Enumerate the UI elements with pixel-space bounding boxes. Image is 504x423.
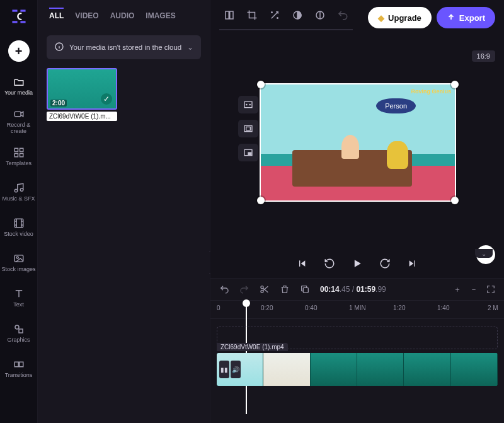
- resize-handle-tr[interactable]: [451, 81, 459, 88]
- check-icon: ✓: [101, 93, 112, 105]
- tracks: ZCl69dVtW0E (1).mp4 ▮▮ 🔊: [210, 319, 504, 386]
- tick: 1:20: [393, 304, 405, 311]
- preview-canvas[interactable]: Person Roving Genius: [261, 84, 455, 200]
- nav-record-create[interactable]: Record & create: [0, 103, 37, 139]
- grid-icon: [13, 147, 25, 158]
- next-button[interactable]: [406, 257, 420, 270]
- add-media-button[interactable]: +: [8, 40, 30, 62]
- layout-button[interactable]: [219, 5, 239, 25]
- nav-label: Music & SFX: [2, 195, 35, 202]
- undo-button[interactable]: [333, 5, 353, 25]
- pip-button[interactable]: [238, 144, 258, 161]
- resize-handle-br[interactable]: [451, 197, 459, 204]
- clip-frame: [311, 353, 357, 386]
- nav-stock-images[interactable]: Stock images: [0, 245, 37, 280]
- tick: 0: [217, 304, 220, 311]
- nav-text[interactable]: Text: [0, 280, 37, 315]
- video-frame: Person Roving Genius: [261, 84, 455, 200]
- fit-button[interactable]: [238, 96, 258, 113]
- svg-point-22: [277, 18, 278, 19]
- svg-point-26: [246, 104, 247, 105]
- tab-audio[interactable]: AUDIO: [110, 11, 135, 24]
- nav-templates[interactable]: Templates: [0, 139, 37, 174]
- rewind-button[interactable]: [323, 257, 336, 270]
- svg-rect-11: [14, 219, 23, 228]
- export-button[interactable]: Export: [437, 7, 495, 28]
- delete-button[interactable]: [280, 284, 290, 294]
- image-icon: [13, 253, 25, 264]
- svg-rect-34: [303, 287, 308, 293]
- transition-icon: [13, 359, 25, 370]
- tick: 1 MIN: [349, 304, 366, 311]
- redo-button[interactable]: [239, 284, 249, 294]
- nav-music[interactable]: Music & SFX: [0, 174, 37, 209]
- svg-rect-6: [20, 148, 23, 151]
- fill-button[interactable]: [238, 120, 258, 137]
- svg-rect-29: [246, 127, 251, 130]
- media-grid: 2:00 ✓ ZCl69dVtW0E (1).m...: [38, 68, 210, 121]
- collapse-timeline-button[interactable]: ⌄: [475, 249, 493, 258]
- resize-handle-bl[interactable]: [257, 197, 265, 204]
- svg-rect-17: [19, 362, 23, 367]
- nav-stock-video[interactable]: Stock video: [0, 209, 37, 245]
- tab-images[interactable]: IMAGES: [146, 11, 175, 24]
- chevron-down-icon: ⌄: [187, 43, 193, 52]
- video-clip[interactable]: ZCl69dVtW0E (1).mp4 ▮▮ 🔊: [217, 353, 498, 386]
- duplicate-button[interactable]: [300, 284, 310, 294]
- clip-audio-icon[interactable]: 🔊: [231, 361, 241, 378]
- current-frac: .45: [340, 285, 350, 294]
- svg-rect-20: [230, 11, 233, 19]
- undo-button[interactable]: [219, 284, 229, 294]
- svg-point-27: [249, 104, 250, 105]
- nav-graphics[interactable]: Graphics: [0, 315, 37, 351]
- speech-bubble: Person: [376, 98, 416, 113]
- svg-rect-7: [14, 153, 18, 156]
- svg-rect-0: [12, 9, 17, 11]
- crop-button[interactable]: [242, 5, 262, 25]
- clip-pause-icon[interactable]: ▮▮: [219, 361, 229, 378]
- resize-handle-tl[interactable]: [257, 81, 265, 88]
- split-button[interactable]: [260, 284, 270, 294]
- diamond-icon: ◆: [378, 13, 384, 23]
- cloud-storage-banner[interactable]: Your media isn't stored in the cloud ⌄: [47, 35, 201, 59]
- tab-all[interactable]: ALL: [49, 8, 64, 24]
- nav-label: Text: [13, 301, 24, 308]
- filter-button[interactable]: [310, 5, 330, 25]
- clip-frame: [263, 353, 310, 386]
- watermark: Roving Genius: [411, 88, 451, 95]
- upgrade-button[interactable]: ◆ Upgrade: [368, 7, 432, 28]
- tick: 0:20: [261, 304, 273, 311]
- transport-controls: ⌄: [210, 249, 504, 278]
- zoom-fit-button[interactable]: [486, 284, 495, 295]
- total-frac: .99: [375, 285, 386, 294]
- banner-text: Your media isn't stored in the cloud: [69, 43, 181, 51]
- svg-rect-4: [14, 112, 21, 117]
- clip-frame: [451, 353, 498, 386]
- svg-rect-3: [20, 21, 25, 23]
- nav-label: Record & create: [7, 122, 31, 134]
- media-thumbnail[interactable]: 2:00 ✓ ZCl69dVtW0E (1).m...: [47, 68, 117, 121]
- prev-button[interactable]: [295, 257, 309, 270]
- timeline-ruler[interactable]: 0 0:20 0:40 1 MIN 1:20 1:40 2 M: [210, 300, 504, 319]
- svg-point-9: [14, 189, 18, 192]
- magic-button[interactable]: [265, 5, 285, 25]
- nav-label: Templates: [6, 160, 32, 166]
- clip-body[interactable]: ▮▮ 🔊: [217, 353, 498, 386]
- play-button[interactable]: [350, 257, 364, 270]
- media-panel: ALL VIDEO AUDIO IMAGES Your media isn't …: [38, 0, 210, 423]
- nav-label: Graphics: [7, 337, 30, 343]
- forward-button[interactable]: [378, 257, 392, 270]
- zoom-out-button[interactable]: －: [470, 284, 478, 295]
- contrast-button[interactable]: [287, 5, 307, 25]
- nav-transitions[interactable]: Transitions: [0, 351, 37, 386]
- svg-point-13: [16, 257, 18, 258]
- aspect-ratio-button[interactable]: 16:9: [472, 50, 495, 62]
- tab-video[interactable]: VIDEO: [75, 11, 98, 24]
- zoom-in-button[interactable]: ＋: [454, 284, 461, 295]
- svg-rect-8: [20, 153, 23, 156]
- clip-controls: ▮▮ 🔊: [219, 361, 241, 378]
- nav-your-media[interactable]: Your media: [0, 68, 37, 103]
- music-icon: [13, 182, 25, 194]
- timeline-toolbar: 00:14.45 / 01:59.99 ＋ －: [210, 279, 504, 300]
- media-tabs: ALL VIDEO AUDIO IMAGES: [38, 0, 210, 30]
